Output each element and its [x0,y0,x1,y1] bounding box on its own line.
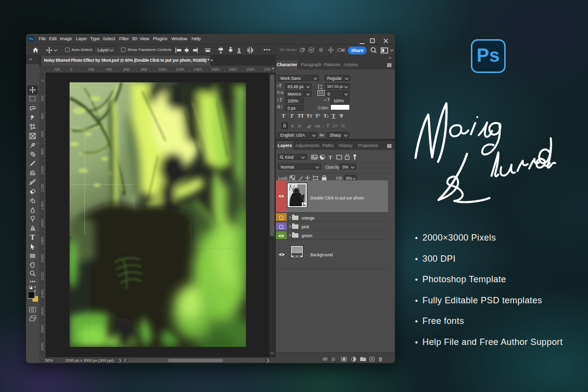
svg-text:T: T [329,154,333,160]
svg-text:A: A [320,86,322,90]
svg-text:fx: fx [332,356,336,362]
